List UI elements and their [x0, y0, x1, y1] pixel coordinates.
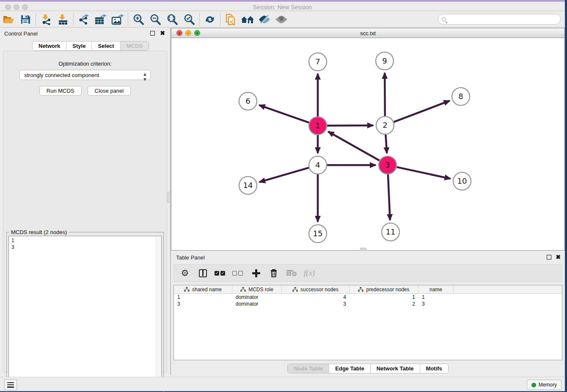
edge-arrowhead — [315, 73, 321, 80]
column-header-predecessor-nodes[interactable]: predecessor nodes — [350, 285, 418, 293]
node-label-14: 14 — [243, 181, 253, 190]
table-row[interactable]: 1dominator411 — [174, 294, 562, 301]
node-label-2: 2 — [383, 121, 387, 130]
gear-icon[interactable]: ⚙ — [179, 267, 191, 279]
cell[interactable]: 3 — [418, 301, 454, 307]
cell[interactable]: dominator — [232, 294, 282, 301]
column-header-name[interactable]: name — [418, 285, 454, 293]
control-panel-header: Control Panel ✖ — [0, 28, 170, 39]
edge-arrowhead — [382, 72, 388, 79]
cell[interactable]: 4 — [282, 294, 350, 301]
table-row[interactable]: 3dominator323 — [174, 301, 562, 307]
tab-style[interactable]: Style — [66, 41, 92, 50]
edge-1-2[interactable] — [327, 125, 373, 126]
network-window-titlebar[interactable]: x − + scc.txt — [171, 28, 564, 38]
control-panel-tabs: NetworkStyleSelectMCDS — [32, 41, 149, 51]
node-label-6: 6 — [245, 97, 250, 105]
import-network-icon[interactable] — [38, 13, 55, 26]
open-session-icon[interactable] — [0, 13, 17, 26]
result-scrollbar[interactable] — [156, 237, 161, 391]
add-icon[interactable] — [250, 267, 262, 279]
tab-network-table[interactable]: Network Table — [371, 364, 420, 373]
memory-button[interactable]: Memory — [527, 380, 561, 390]
edge-2-8[interactable] — [394, 101, 450, 122]
cell[interactable]: dominator — [232, 301, 282, 307]
select-all-icon[interactable]: ✓✓ — [215, 267, 226, 279]
vertical-splitter-handle[interactable] — [167, 192, 171, 203]
edge-arrowhead — [387, 214, 393, 221]
float-table-panel-icon[interactable] — [547, 255, 551, 259]
edge-3-11[interactable] — [388, 174, 390, 220]
control-panel-title: Control Panel — [4, 30, 38, 37]
apply-layout-icon[interactable] — [201, 13, 218, 26]
import-table-icon[interactable] — [55, 13, 72, 26]
export-image-icon[interactable] — [109, 13, 126, 26]
memory-status-icon — [531, 383, 536, 387]
hide-selected-icon[interactable] — [256, 13, 273, 26]
edge-1-6[interactable] — [259, 105, 309, 122]
mcds-tab-content: Optimization criterion: strongly connect… — [3, 51, 167, 373]
tab-motifs[interactable]: Motifs — [420, 364, 448, 373]
edge-2-9[interactable] — [385, 73, 385, 116]
column-view-icon[interactable] — [197, 267, 209, 279]
edge-3-1[interactable] — [328, 132, 379, 160]
horizontal-splitter-handle[interactable] — [360, 248, 366, 251]
column-header-successor-nodes[interactable]: successor nodes — [282, 285, 350, 293]
search-input[interactable] — [449, 17, 560, 22]
cell[interactable]: 3 — [282, 301, 350, 307]
edge-3-10[interactable] — [397, 167, 451, 179]
tab-edge-table[interactable]: Edge Table — [329, 364, 370, 373]
zoom-selected-icon[interactable] — [181, 13, 198, 26]
node-table[interactable]: shared nameMCDS rolesuccessor nodesprede… — [173, 285, 562, 360]
task-history-button[interactable] — [4, 379, 17, 390]
float-panel-icon[interactable] — [150, 31, 155, 36]
zoom-fit-icon[interactable] — [164, 13, 181, 26]
close-table-panel-icon[interactable]: ✖ — [556, 254, 561, 260]
edge-arrowhead — [315, 147, 321, 154]
tab-mcds[interactable]: MCDS — [121, 41, 149, 50]
cell[interactable]: 1 — [418, 294, 454, 301]
list-icon — [7, 382, 14, 388]
network-overview-icon[interactable] — [239, 13, 256, 26]
zoom-out-icon[interactable] — [147, 13, 164, 26]
column-header-MCDS-role[interactable]: MCDS role — [232, 285, 282, 293]
deselect-all-icon[interactable] — [232, 267, 244, 279]
search-box[interactable] — [438, 14, 561, 25]
tab-node-table[interactable]: Node Table — [288, 364, 329, 373]
network-graph[interactable]: 7968124314101511 — [171, 38, 564, 250]
run-mcds-button[interactable]: Run MCDS — [39, 86, 82, 96]
cell[interactable]: 2 — [350, 301, 418, 307]
cell[interactable]: 1 — [350, 294, 418, 301]
network-canvas[interactable]: 7968124314101511 — [171, 38, 564, 250]
function-builder-icon: f(x) — [303, 267, 315, 279]
close-panel-button[interactable]: Close panel — [88, 86, 131, 96]
save-session-icon[interactable] — [17, 13, 34, 26]
edge-4-14[interactable] — [259, 168, 309, 182]
delete-icon[interactable] — [268, 267, 280, 279]
edge-arrowhead — [259, 178, 266, 183]
show-all-icon[interactable] — [273, 13, 290, 26]
cell[interactable]: 1 — [174, 294, 232, 301]
control-panel: Control Panel ✖ NetworkStyleSelectMCDS O… — [0, 28, 170, 375]
export-network-icon[interactable] — [75, 13, 92, 26]
node-label-9: 9 — [382, 56, 387, 65]
result-line: 1 — [11, 237, 161, 244]
zoom-in-icon[interactable] — [130, 13, 147, 26]
column-header-shared-name[interactable]: shared name — [174, 285, 232, 293]
table-panel-header: Table Panel ✖ — [171, 253, 565, 263]
table-header-row: shared nameMCDS rolesuccessor nodesprede… — [174, 285, 562, 294]
tab-network[interactable]: Network — [33, 41, 66, 50]
network-window-title: scc.txt — [171, 30, 564, 36]
cell[interactable]: 3 — [174, 301, 232, 307]
criterion-dropdown[interactable]: strongly connected component ▲▼ — [19, 70, 151, 80]
mcds-result-list[interactable]: 13 — [8, 236, 162, 391]
toolbar-separator — [73, 13, 74, 26]
export-table-icon[interactable] — [92, 13, 109, 26]
table-panel: Table Panel ✖ ⚙ ✓✓ f(x) shared nameMCDS … — [171, 253, 565, 375]
window-title: Session: New Session — [0, 4, 565, 11]
tab-select[interactable]: Select — [92, 41, 120, 50]
close-panel-icon[interactable]: ✖ — [160, 30, 165, 36]
dropdown-stepper-icon: ▲▼ — [143, 72, 147, 82]
table-panel-title: Table Panel — [176, 254, 205, 261]
first-neighbors-icon[interactable] — [222, 13, 239, 26]
